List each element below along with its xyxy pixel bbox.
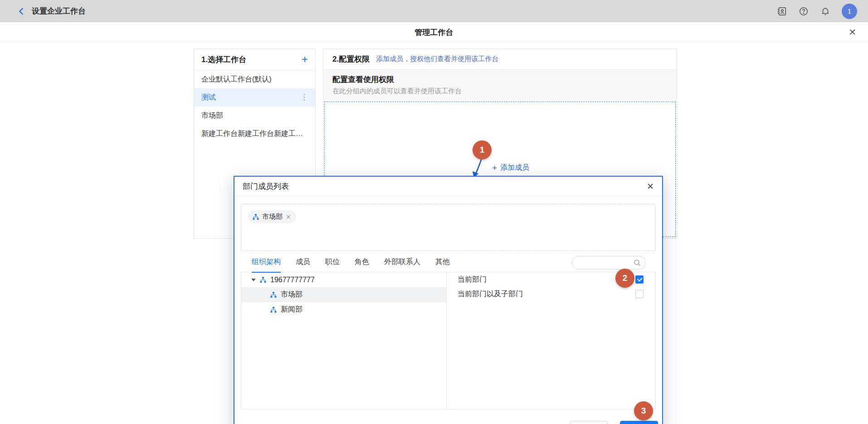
department-icon (270, 307, 277, 313)
add-workspace-button[interactable]: + (302, 55, 308, 64)
selected-tag-label: 市场部 (262, 212, 283, 221)
sheet-header: 管理工作台 ✕ (0, 22, 868, 43)
tree-node-label: 市场部 (281, 290, 302, 299)
workspace-item-2[interactable]: 市场部 (194, 106, 315, 125)
add-member-label: 添加成员 (500, 163, 529, 173)
tab-1[interactable]: 成员 (296, 254, 310, 272)
workspace-item-0[interactable]: 企业默认工作台(默认) (194, 70, 315, 88)
tree-node-label: 新闻部 (281, 305, 302, 314)
workspace-item-3[interactable]: 新建工作台新建工作台新建工作台新建... (194, 125, 315, 143)
tree-node-2[interactable]: 新闻部 (241, 302, 446, 317)
department-member-modal: 部门成员列表 ✕ 市场部 ✕ 组织架构成员职位角色外部联系人其他 (234, 176, 663, 424)
remove-tag-icon[interactable]: ✕ (286, 213, 291, 221)
workspace-list-title: 1.选择工作台 (201, 54, 246, 65)
search-input[interactable] (577, 259, 634, 266)
scope-options: 当前部门当前部门以及子部门 (447, 272, 655, 409)
modal-close-icon[interactable]: ✕ (647, 181, 654, 192)
department-icon (260, 277, 266, 283)
selected-tag[interactable]: 市场部 ✕ (248, 210, 296, 223)
chevron-left-icon (17, 7, 25, 15)
page-title: 设置企业工作台 (32, 6, 86, 16)
bell-icon[interactable] (820, 6, 831, 17)
scope-option-label: 当前部门 (458, 275, 487, 284)
workspace-item-label: 新建工作台新建工作台新建工作台新建... (201, 129, 308, 139)
tree-node-label: 19677777777 (270, 276, 315, 284)
cancel-button[interactable] (570, 421, 608, 424)
annotation-badge-1: 1 (473, 140, 492, 159)
workspace-item-label: 市场部 (201, 111, 223, 120)
view-permission-section: 配置查看使用权限 在此分组内的成员可以查看并使用该工作台 (323, 70, 677, 101)
selected-members-box: 市场部 ✕ (241, 204, 656, 251)
workspace-item-label: 测试 (201, 93, 216, 102)
annotation-badge-3: 3 (634, 401, 653, 420)
workspace-list: 企业默认工作台(默认)测试⋮市场部新建工作台新建工作台新建工作台新建... (194, 70, 315, 143)
picker-body: 19677777777市场部新闻部 当前部门当前部门以及子部门 (241, 272, 656, 410)
scope-checkbox-0[interactable] (635, 275, 644, 284)
confirm-button[interactable] (620, 421, 658, 424)
modal-footer (234, 421, 662, 424)
org-tree: 19677777777市场部新闻部 (241, 272, 447, 409)
scope-checkbox-1[interactable] (635, 290, 644, 298)
workspace-menu-icon[interactable]: ⋮ (300, 95, 308, 100)
view-permission-desc: 在此分组内的成员可以查看并使用该工作台 (332, 87, 668, 96)
contacts-icon[interactable] (776, 6, 787, 17)
tab-2[interactable]: 职位 (325, 254, 340, 272)
scope-option-1: 当前部门以及子部门 (447, 287, 655, 301)
tree-node-0[interactable]: 19677777777 (241, 272, 446, 287)
tab-4[interactable]: 外部联系人 (384, 254, 420, 272)
avatar[interactable]: 1 (842, 4, 857, 19)
view-permission-title: 配置查看使用权限 (332, 74, 668, 85)
permission-title: 2.配置权限 (332, 54, 370, 64)
tab-0[interactable]: 组织架构 (252, 254, 281, 272)
help-icon[interactable] (798, 6, 809, 17)
permission-subtitle: 添加成员，授权他们查看并使用该工作台 (376, 55, 498, 63)
search-box[interactable] (572, 256, 646, 270)
sheet-title: 管理工作台 (0, 22, 868, 43)
sheet-close-icon[interactable]: ✕ (848, 27, 856, 37)
app-window: 设置企业工作台 1 (0, 0, 868, 424)
workspace-item-label: 企业默认工作台(默认) (201, 75, 272, 84)
top-bar: 设置企业工作台 1 (0, 0, 868, 22)
department-icon (253, 214, 259, 220)
picker-tabs: 组织架构成员职位角色外部联系人其他 (241, 254, 656, 272)
annotation-badge-2: 2 (615, 269, 634, 288)
back-button[interactable] (17, 7, 25, 15)
scope-option-label: 当前部门以及子部门 (458, 289, 523, 299)
tab-3[interactable]: 角色 (355, 254, 369, 272)
add-member-link[interactable]: + 添加成员 (492, 163, 529, 173)
tab-5[interactable]: 其他 (435, 254, 450, 272)
workspace-item-1[interactable]: 测试⋮ (194, 88, 315, 106)
tree-node-1[interactable]: 市场部 (241, 287, 446, 302)
plus-icon: + (492, 164, 497, 172)
search-icon (634, 259, 641, 266)
department-icon (270, 292, 277, 298)
caret-down-icon[interactable] (251, 279, 256, 281)
modal-title: 部门成员列表 (243, 181, 289, 192)
